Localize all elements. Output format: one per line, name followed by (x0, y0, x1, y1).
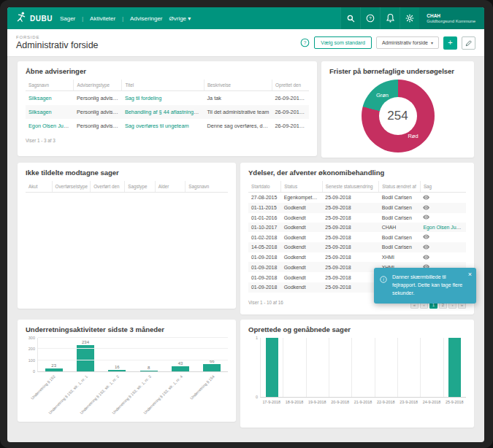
table-cell-link[interactable]: Egon Olsen Junior (28, 123, 72, 129)
bar[interactable] (448, 338, 461, 397)
brand-name[interactable]: DUBU (30, 15, 53, 23)
page-header-titles: FORSIDE Administrativ forside (16, 35, 99, 50)
table-row[interactable]: 01-10-2017Godkendt25-09-2018CHAHEgon Ols… (248, 223, 466, 232)
eye-icon[interactable] (423, 235, 429, 240)
search-icon[interactable] (340, 7, 360, 29)
x-axis-label: Underretning § 152 (30, 374, 56, 401)
table-cell: 01-09-2018 (248, 252, 281, 263)
table-cell: 14-05-2018 (248, 242, 281, 252)
column-header[interactable]: Seneste statusændring (322, 181, 378, 193)
menu-separator: | (122, 16, 123, 21)
column-header[interactable]: Sag (420, 181, 466, 193)
table-cell: Godkendt (281, 282, 323, 293)
table-cell-link[interactable]: Sag overføres til ungeteam (125, 123, 189, 129)
table-row[interactable]: SilksagenPersonlig adviseringBehandling … (26, 105, 309, 119)
table-cell (420, 193, 466, 203)
column-header[interactable]: Akut (26, 181, 52, 193)
column-header[interactable]: Status ændret af (379, 181, 421, 193)
table-cell-text: Bodil Carlsen (382, 195, 412, 200)
table-cell-text: XHMI (382, 255, 394, 260)
eye-icon[interactable] (423, 206, 429, 211)
table-row[interactable]: 01-02-2018Godkendt25-09-2018Bodil Carlse… (248, 232, 466, 242)
breadcrumb[interactable]: FORSIDE (16, 35, 99, 39)
nav-item-adviseringer[interactable]: Adviseringer (130, 15, 162, 22)
table-cell-link[interactable]: Egon Olsen Junior (423, 225, 465, 230)
table-row[interactable]: 01-11-2015Godkendt25-09-2018Bodil Carlse… (248, 203, 466, 213)
bar[interactable] (266, 338, 278, 397)
nav-item-aktiviteter[interactable]: Aktiviteter (90, 15, 115, 22)
settings-gear-icon[interactable] (400, 7, 419, 29)
dashboard-content: Åbne adviseringer SagsnavnAdviseringstyp… (7, 57, 484, 442)
bar[interactable] (172, 366, 189, 371)
x-axis-label: 22-9-2018 (375, 400, 397, 404)
table-cell-text: 01-01-2016 (251, 215, 277, 220)
help-icon[interactable]: ? (360, 7, 380, 29)
table-cell-link[interactable]: Behandling af § 44 aflastningsordning (125, 109, 205, 115)
column-header[interactable]: Sagsnavn (186, 181, 228, 193)
donut-chart[interactable]: Grøn Rød 254 (362, 80, 435, 152)
table-cell-text: 25-09-2018 (325, 225, 351, 230)
bar[interactable] (140, 371, 158, 371)
bar[interactable] (77, 345, 94, 371)
edit-dashboard-button[interactable] (462, 36, 475, 50)
bar[interactable] (203, 364, 221, 371)
table-cell-link[interactable]: Sag til fordeling (125, 95, 161, 101)
column-header[interactable]: Adviseringstype (74, 80, 122, 91)
column-header[interactable]: Oprettet den (272, 80, 309, 91)
table-row[interactable]: 01-01-2016Godkendt25-09-2018Bodil Carlse… (248, 213, 466, 223)
eye-icon[interactable] (423, 245, 429, 250)
y-axis-tick: 300 (28, 336, 35, 340)
table-cell: Bodil Carlsen (379, 193, 421, 203)
column-header[interactable]: Beskrivelse (204, 80, 272, 91)
close-icon[interactable]: × (468, 270, 472, 280)
x-axis-label: 23-9-2018 (397, 400, 420, 404)
add-dashboard-button[interactable]: + (443, 36, 457, 50)
table-cell-text: Personlig advisering (77, 95, 122, 101)
table-row[interactable]: 01-09-2018Godkendt25-09-2018XHMI (248, 252, 466, 263)
gridline (38, 337, 228, 338)
help-circle-icon[interactable]: ? (300, 38, 310, 47)
column-header[interactable]: Status (281, 181, 323, 193)
table-row[interactable]: Egon Olsen JuniorPersonlig adviseringSag… (26, 119, 309, 133)
table-row[interactable]: 27-08-2015Egenkompetence25-09-2018Bodil … (248, 193, 466, 203)
table-cell-text: 25-09-2018 (325, 285, 351, 290)
chart-plot-area: 2323416843660100200300 (37, 338, 228, 372)
nav-item--vrige[interactable]: Øvrige ▾ (169, 15, 191, 22)
column-header[interactable]: Sagstype (125, 181, 156, 193)
brand[interactable]: DUBU (7, 7, 60, 29)
set-default-button[interactable]: Vælg som standard (314, 36, 372, 49)
table-cell: 26-09-2018 08:32 (272, 119, 309, 133)
table-row[interactable]: SilksagenPersonlig adviseringSag til for… (26, 91, 309, 106)
nav-item-sager[interactable]: Sager (60, 15, 75, 22)
table-cell-text: Personlig advisering (77, 123, 122, 129)
eye-icon[interactable] (423, 255, 429, 260)
column-header[interactable]: Sagsnavn (26, 80, 74, 91)
column-header[interactable]: Overført den (91, 181, 125, 193)
column-header[interactable]: Alder (155, 181, 186, 193)
table-cell: 25-09-2018 (322, 223, 378, 232)
table-cell-link[interactable]: Silksagen (28, 95, 52, 101)
table-cell-link[interactable]: Silksagen (28, 109, 52, 115)
bar[interactable] (108, 370, 126, 371)
table-row[interactable]: 14-05-2018Godkendt25-09-2018Bodil Carlse… (248, 242, 466, 252)
user-menu[interactable]: CHAH Guldborgsund Kommune (419, 7, 484, 29)
notifications-bell-icon[interactable] (380, 7, 400, 29)
chart-plot-area: 01 (260, 338, 466, 398)
column-header[interactable]: Overførselstype (52, 181, 91, 193)
panel-underretninger-chart: Underretningsaktiviteter sidste 3 månede… (18, 320, 236, 422)
y-axis-tick: 0 (33, 369, 35, 374)
eye-icon[interactable] (423, 196, 429, 201)
bar-value-label: 8 (148, 366, 150, 370)
x-axis-label: 17-9-2018 (260, 400, 283, 404)
eye-icon[interactable] (423, 215, 429, 220)
table-cell-text: Personlig advisering (77, 109, 122, 115)
column-header[interactable]: Titel (122, 80, 205, 91)
dashboard-row-2: Ikke tildelte modtagne sager AkutOverfør… (18, 163, 474, 314)
table-cell: Godkendt (281, 272, 323, 282)
column-header[interactable]: Startdato (248, 181, 281, 193)
table-cell: 25-09-2018 (322, 193, 378, 203)
dashboard-selector[interactable]: Administrativ forside ▾ (376, 36, 439, 49)
table-cell: Bodil Carlsen (379, 203, 421, 213)
bar[interactable] (45, 368, 63, 371)
table-cell: 27-08-2015 (248, 193, 281, 203)
